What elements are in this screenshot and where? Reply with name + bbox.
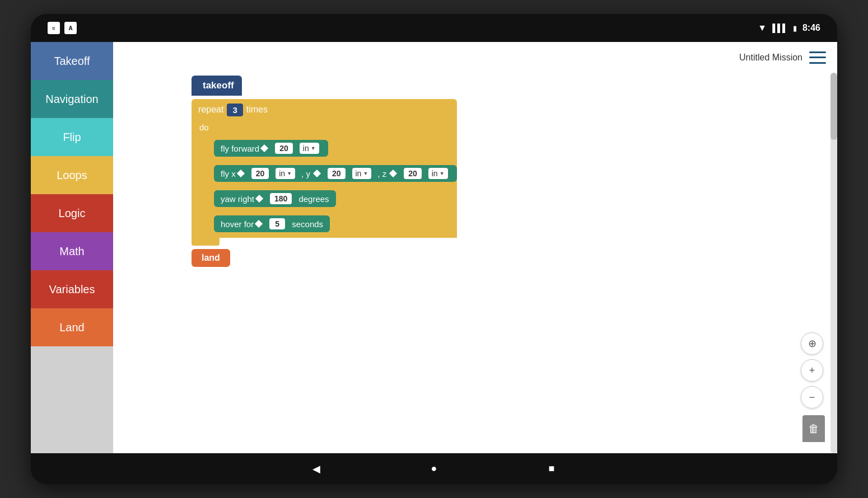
- dropdown-arrow: ▼: [311, 145, 316, 151]
- scrollbar-thumb[interactable]: [830, 73, 837, 140]
- signal-icon: ▌▌▌: [772, 24, 787, 32]
- sidebar-item-variables[interactable]: Variables: [31, 270, 113, 308]
- blocks-area: takeoff repeat 3 times do: [192, 76, 457, 267]
- scrollbar[interactable]: [830, 73, 837, 453]
- connector-diamond-z: [389, 170, 397, 177]
- dropdown-arrow-y: ▼: [363, 171, 368, 176]
- back-button[interactable]: ◀: [308, 461, 325, 477]
- trash-icon: 🗑: [808, 422, 819, 435]
- sidebar-empty: [31, 346, 113, 453]
- bottom-nav: ◀ ● ■: [31, 453, 837, 484]
- fly-x-block[interactable]: fly x 20 in ▼ , y 20: [214, 165, 457, 182]
- status-left: ≡ A: [48, 22, 77, 34]
- fly-x-row: fly x 20 in ▼ , y 20: [203, 163, 457, 184]
- land-block-container: land: [192, 246, 457, 267]
- keyboard-icon: A: [64, 22, 77, 34]
- status-right: ▼ ▌▌▌ ▮ 8:46: [758, 23, 820, 33]
- sidebar-item-loops[interactable]: Loops: [31, 156, 113, 194]
- hover-suffix: seconds: [292, 219, 323, 229]
- fly-forward-unit[interactable]: in ▼: [300, 143, 319, 154]
- main-area: Takeoff Navigation Flip Loops Logic Math…: [31, 42, 837, 453]
- fly-x-xunit[interactable]: in ▼: [276, 168, 295, 179]
- connector-diamond: [260, 144, 268, 152]
- menu-button[interactable]: [809, 51, 826, 64]
- zoom-out-button[interactable]: −: [801, 386, 823, 408]
- battery-icon: ▮: [793, 24, 797, 32]
- yaw-suffix: degrees: [298, 194, 329, 204]
- fly-x-yunit[interactable]: in ▼: [352, 168, 372, 179]
- top-bar: Untitled Mission: [739, 42, 837, 73]
- sidebar-item-takeoff[interactable]: Takeoff: [31, 42, 113, 80]
- sidebar-item-logic[interactable]: Logic: [31, 194, 113, 232]
- fly-x-zunit[interactable]: in ▼: [428, 168, 448, 179]
- mission-title: Untitled Mission: [739, 53, 802, 63]
- sidebar-item-flip[interactable]: Flip: [31, 118, 113, 156]
- loop-end: [192, 238, 220, 246]
- sidebar-item-math[interactable]: Math: [31, 232, 113, 270]
- dropdown-arrow-z: ▼: [440, 171, 445, 176]
- connector-diamond-yaw: [255, 195, 263, 203]
- fly-x-yval[interactable]: 20: [328, 168, 346, 179]
- times-label: times: [246, 105, 268, 115]
- y-separator: , y: [301, 169, 310, 178]
- fly-x-xval[interactable]: 20: [251, 168, 269, 179]
- repeat-block[interactable]: repeat 3 times: [192, 99, 457, 120]
- fly-forward-block[interactable]: fly forward 20 in ▼: [214, 140, 328, 157]
- repeat-value[interactable]: 3: [227, 104, 242, 116]
- land-block[interactable]: land: [192, 249, 230, 267]
- repeat-label: repeat: [198, 105, 223, 115]
- status-bar: ≡ A ▼ ▌▌▌ ▮ 8:46: [31, 14, 837, 42]
- hover-block[interactable]: hover for 5 seconds: [214, 215, 330, 232]
- yaw-label: yaw right: [221, 194, 254, 204]
- hover-value[interactable]: 5: [269, 218, 285, 229]
- z-separator: , z: [377, 169, 386, 178]
- yaw-value[interactable]: 180: [270, 193, 292, 204]
- recents-icon: ■: [549, 463, 555, 474]
- time-display: 8:46: [802, 23, 820, 33]
- dropdown-arrow-x: ▼: [287, 171, 292, 176]
- notification-icon: ≡: [48, 22, 60, 34]
- canvas-area: Untitled Mission takeoff: [113, 42, 837, 453]
- sidebar-item-navigation[interactable]: Navigation: [31, 80, 113, 118]
- connector: [203, 138, 214, 159]
- fly-forward-label: fly forward: [221, 144, 259, 153]
- connector-diamond: [237, 170, 245, 177]
- home-icon: ●: [431, 463, 437, 474]
- zoom-in-icon: +: [809, 365, 815, 377]
- right-controls: ⊕ + −: [801, 332, 823, 408]
- fly-forward-row: fly forward 20 in ▼: [203, 138, 457, 159]
- wifi-icon: ▼: [758, 23, 767, 33]
- connector-diamond-y: [313, 170, 321, 177]
- connector: [203, 163, 214, 184]
- connector-diamond-hover: [255, 220, 263, 228]
- location-button[interactable]: ⊕: [801, 332, 823, 355]
- fly-x-label: fly x: [221, 169, 236, 178]
- hover-label: hover for: [221, 219, 254, 229]
- do-label: do: [192, 120, 457, 134]
- takeoff-block[interactable]: takeoff: [192, 76, 242, 96]
- yaw-row: yaw right 180 degrees: [203, 188, 457, 209]
- connector: [203, 213, 214, 234]
- hover-row: hover for 5 seconds: [203, 213, 457, 234]
- tablet-frame: ≡ A ▼ ▌▌▌ ▮ 8:46 Takeoff Navigation Flip…: [31, 14, 837, 484]
- sidebar-item-land[interactable]: Land: [31, 308, 113, 346]
- sidebar: Takeoff Navigation Flip Loops Logic Math…: [31, 42, 113, 453]
- fly-forward-value[interactable]: 20: [275, 143, 293, 154]
- home-button[interactable]: ●: [426, 461, 442, 477]
- zoom-in-button[interactable]: +: [801, 359, 823, 382]
- fly-x-zval[interactable]: 20: [404, 168, 422, 179]
- trash-button[interactable]: 🗑: [802, 415, 825, 442]
- recents-button[interactable]: ■: [543, 461, 560, 477]
- location-icon: ⊕: [808, 337, 816, 350]
- zoom-out-icon: −: [809, 392, 815, 403]
- yaw-block[interactable]: yaw right 180 degrees: [214, 190, 336, 207]
- connector: [203, 188, 214, 209]
- back-icon: ◀: [312, 463, 320, 475]
